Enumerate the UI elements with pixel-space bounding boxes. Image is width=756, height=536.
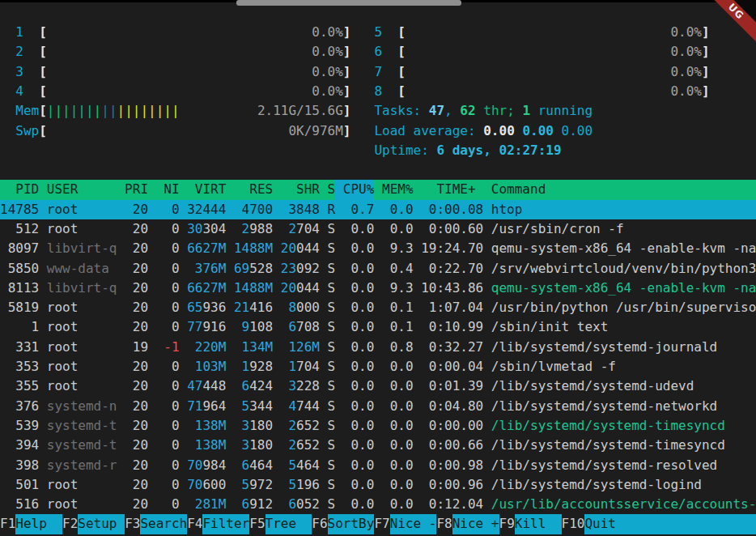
cell-pri: 20 (117, 219, 148, 239)
fnkey-label: Nice - (390, 514, 437, 534)
process-row-512[interactable]: 512 root 20 03030429882704 S 0.0 0.0 0:0… (0, 219, 756, 239)
cell-time: 1:07.04 (414, 298, 484, 317)
cell-user: root (39, 357, 117, 376)
fnkey-f2[interactable]: F2Setup (62, 514, 125, 534)
terminal-content: 1 [0.0%] 2 [0.0%] 3 [0.0%] 4 [0.0%] Mem[… (0, 23, 756, 534)
column-header-res[interactable]: RES (226, 180, 273, 199)
column-header-mem[interactable]: MEM% (374, 180, 413, 199)
cell-time: 10:43.86 (414, 279, 484, 298)
cell-res: 9108 (226, 317, 273, 337)
cell-state: R (320, 200, 335, 219)
process-row-5850[interactable]: 5850 www-data 20 0376M6952823092 S 0.0 0… (0, 259, 756, 279)
fnkey-f5[interactable]: F5Tree (249, 514, 312, 534)
load-average: Load average: 0.00 0.00 0.00 (374, 121, 592, 141)
column-header-user[interactable]: USER (39, 180, 117, 199)
process-table-header: PID USER PRI NI VIRT RES SHR S CPU% MEM%… (0, 180, 756, 199)
cell-virt: 70600 (180, 475, 227, 495)
cell-state: S (320, 338, 335, 357)
cell-command: /usr/sbin/cron -f (483, 219, 756, 239)
fnkey-key: F4 (187, 514, 202, 534)
process-row-539[interactable]: 539 systemd-t 20 0138M31802652 S 0.0 0.0… (0, 416, 756, 436)
fnkey-f10[interactable]: F10Quit (562, 514, 756, 534)
fnkey-f3[interactable]: F3Search (125, 514, 187, 534)
cell-mem: 9.3 (374, 279, 413, 298)
process-row-398[interactable]: 398 systemd-r 20 07098464645464 S 0.0 0.… (0, 456, 756, 475)
fnkey-f9[interactable]: F9Kill (499, 514, 562, 534)
swap-meter: Swp[0K/976M] (0, 121, 351, 141)
cell-cpu: 0.0 (335, 376, 374, 396)
process-row-331[interactable]: 331 root 19 -1220M134M126M S 0.0 0.8 0:3… (0, 338, 756, 357)
cell-pri: 20 (117, 279, 148, 298)
fnkey-f6[interactable]: F6SortBy (312, 514, 374, 534)
process-row-1[interactable]: 1 root 20 07791691086708 S 0.0 0.1 0:10.… (0, 317, 756, 337)
fnkey-label: Setup (78, 514, 125, 534)
cell-res: 1488M (226, 279, 273, 298)
process-row-5819[interactable]: 5819 root 20 065936214168000 S 0.0 0.1 1… (0, 298, 756, 317)
process-row-8097[interactable]: 8097 libvirt-q 20 06627M1488M20044 S 0.0… (0, 239, 756, 258)
cell-cpu: 0.0 (335, 456, 374, 475)
column-header-time[interactable]: TIME+ (414, 180, 484, 199)
cell-pri: 20 (117, 298, 148, 317)
cell-user: root (39, 338, 117, 357)
fnkey-f8[interactable]: F8Nice + (436, 514, 499, 534)
cell-shr: 2704 (273, 219, 320, 239)
column-header-shr[interactable]: SHR (273, 180, 320, 199)
column-header-virt[interactable]: VIRT (180, 180, 227, 199)
cell-state: S (320, 357, 335, 376)
cell-pid: 353 (0, 357, 39, 376)
fnkey-f7[interactable]: F7Nice - (374, 514, 436, 534)
cell-command: /sbin/init text (483, 317, 756, 337)
process-row-14785[interactable]: 14785 root 20 03244447003848 R 0.7 0.0 0… (0, 200, 756, 219)
column-header-pri[interactable]: PRI (117, 180, 148, 199)
column-header-pid[interactable]: PID (0, 180, 39, 199)
cell-command: /usr/bin/python /usr/bin/superviso (483, 298, 756, 317)
process-row-353[interactable]: 353 root 20 0103M19281704 S 0.0 0.0 0:00… (0, 357, 756, 376)
process-row-355[interactable]: 355 root 20 04744864243228 S 0.0 0.0 0:0… (0, 376, 756, 396)
column-header-ni[interactable]: NI (148, 180, 180, 199)
cell-pid: 5819 (0, 298, 39, 317)
fnkey-label: Tree (265, 514, 312, 534)
fnkey-key: F3 (125, 514, 140, 534)
cell-virt: 32444 (180, 200, 227, 219)
cell-state: S (320, 376, 335, 396)
cell-state: S (320, 317, 335, 337)
cell-mem: 9.3 (374, 239, 413, 258)
cell-time: 0:00.04 (414, 357, 484, 376)
process-row-516[interactable]: 516 root 20 0281M69126052 S 0.0 0.0 0:12… (0, 495, 756, 514)
cell-user: systemd-t (39, 416, 117, 436)
fnkey-key: F7 (374, 514, 389, 534)
cell-cpu: 0.0 (335, 475, 374, 495)
cell-res: 1928 (226, 357, 273, 376)
cpu-meter-5: 5 [0.0%] (374, 23, 709, 42)
cell-pri: 20 (117, 475, 148, 495)
cell-command: qemu-system-x86_64 -enable-kvm -na (483, 239, 756, 258)
process-row-394[interactable]: 394 systemd-t 20 0138M31802652 S 0.0 0.0… (0, 436, 756, 455)
cell-time: 0:22.70 (414, 259, 484, 279)
cell-state: S (320, 456, 335, 475)
column-header-cmd[interactable]: Command (483, 180, 756, 199)
cell-ni: 0 (148, 456, 180, 475)
column-header-s[interactable]: S (320, 180, 335, 199)
cell-state: S (320, 495, 335, 514)
fnkey-label: SortBy (328, 514, 375, 534)
cpu-meter-4: 4 [0.0%] (0, 82, 351, 101)
cell-res: 6464 (226, 456, 273, 475)
process-row-501[interactable]: 501 root 20 07060059725196 S 0.0 0.0 0:0… (0, 475, 756, 495)
fnkey-f1[interactable]: F1Help (0, 514, 62, 534)
process-row-8113[interactable]: 8113 libvirt-q 20 06627M1488M20044 S 0.0… (0, 279, 756, 298)
cell-command: /lib/systemd/systemd-resolved (483, 456, 756, 475)
cell-ni: 0 (148, 416, 180, 436)
header-meters: 1 [0.0%] 2 [0.0%] 3 [0.0%] 4 [0.0%] Mem[… (0, 23, 756, 180)
column-header-cpu[interactable]: CPU% (335, 180, 374, 199)
cell-virt: 30304 (180, 219, 227, 239)
cell-ni: 0 (148, 200, 180, 219)
cell-user: systemd-n (39, 397, 117, 416)
cell-user: libvirt-q (39, 239, 117, 258)
cell-ni: 0 (148, 397, 180, 416)
process-row-376[interactable]: 376 systemd-n 20 07196453444744 S 0.0 0.… (0, 397, 756, 416)
fnkey-f4[interactable]: F4Filter (187, 514, 249, 534)
cell-cpu: 0.0 (335, 239, 374, 258)
uptime: Uptime: 6 days, 02:27:19 (374, 141, 561, 160)
tasks-summary: Tasks: 47, 62 thr; 1 running (374, 101, 592, 121)
cell-shr: 6708 (273, 317, 320, 337)
